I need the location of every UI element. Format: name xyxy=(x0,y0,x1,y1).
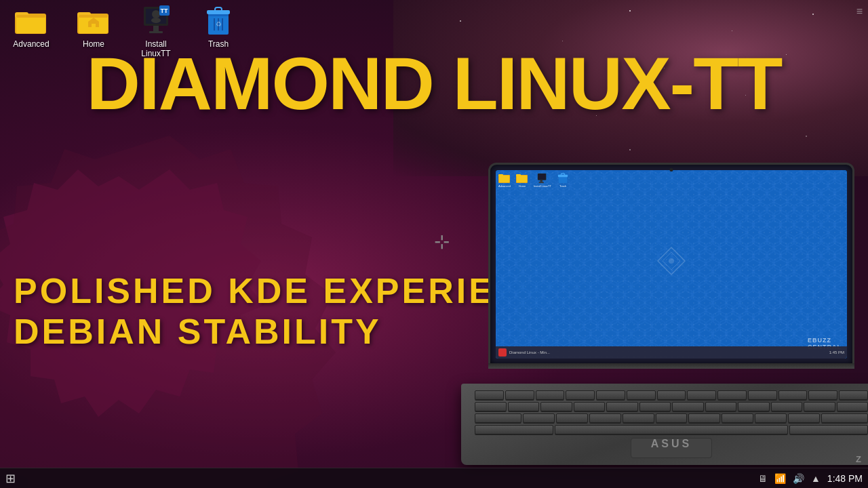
mini-icon-3: Install LinuxTT xyxy=(534,173,551,188)
key xyxy=(475,390,504,400)
mini-icon-4: Trash xyxy=(557,173,569,188)
key xyxy=(789,425,868,434)
laptop-keyboard-body: ASUS xyxy=(461,384,868,465)
main-title: DIAMOND LINUX-TT xyxy=(0,46,868,121)
key xyxy=(523,413,555,423)
svg-rect-36 xyxy=(538,174,546,180)
taskbar-network-icon: 📶 xyxy=(774,473,786,484)
taskbar-volume-icon: 🔊 xyxy=(793,473,804,484)
key xyxy=(672,402,704,411)
mini-desktop-icons: Advanced Home xyxy=(498,173,569,188)
key xyxy=(505,390,534,400)
advanced-icon-img xyxy=(15,5,47,38)
laptop-display: Advanced Home xyxy=(461,163,868,474)
key xyxy=(705,402,737,411)
laptop-taskbar: Diamond Linux - Min... 1:45 PM xyxy=(496,346,847,359)
taskbar-left: ⊞ xyxy=(5,471,16,486)
taskbar-right: 🖥 📶 🔊 ▲ 1:48 PM xyxy=(758,473,863,484)
mini-icon-2: Home xyxy=(516,173,528,188)
svg-rect-34 xyxy=(517,176,527,182)
key xyxy=(748,390,777,400)
key xyxy=(778,390,808,400)
key xyxy=(475,425,553,434)
svg-rect-37 xyxy=(540,180,542,182)
svg-point-11 xyxy=(152,10,160,18)
key xyxy=(839,390,868,400)
laptop-screen: Advanced Home xyxy=(496,170,847,359)
key xyxy=(687,390,716,400)
watermark-z: Z xyxy=(856,454,863,464)
svg-point-12 xyxy=(151,18,161,23)
svg-rect-31 xyxy=(499,176,509,182)
taskbar-tray-arrow[interactable]: ▲ xyxy=(811,473,821,484)
key xyxy=(589,413,621,423)
scrollbar-hint[interactable]: ≡ xyxy=(856,5,863,18)
home-icon-img xyxy=(77,5,110,38)
key xyxy=(475,413,521,423)
svg-rect-13 xyxy=(153,26,159,31)
key xyxy=(738,402,770,411)
key xyxy=(540,402,572,411)
laptop-screen-bezel: Advanced Home xyxy=(488,163,854,366)
svg-rect-6 xyxy=(79,15,108,33)
menu-icon[interactable]: ≡ xyxy=(856,5,863,17)
key xyxy=(475,402,507,411)
svg-point-44 xyxy=(669,258,674,264)
laptop-taskbar-time: 1:45 PM xyxy=(829,350,844,354)
trash-icon-img: ♻ xyxy=(202,5,235,38)
key xyxy=(717,390,747,400)
spacebar-key xyxy=(555,425,788,434)
taskbar-display-icon: 🖥 xyxy=(758,473,768,484)
svg-rect-23 xyxy=(215,7,222,12)
svg-text:♻: ♻ xyxy=(216,20,222,28)
key xyxy=(722,413,753,423)
key xyxy=(606,402,638,411)
taskbar-time: 1:48 PM xyxy=(827,473,863,484)
asus-logo: ASUS xyxy=(651,438,692,450)
key xyxy=(771,402,803,411)
key xyxy=(755,413,787,423)
taskbar-apps-button[interactable]: ⊞ xyxy=(5,471,16,486)
laptop-hinge xyxy=(488,363,854,369)
svg-rect-38 xyxy=(539,182,544,183)
key xyxy=(536,390,565,400)
key xyxy=(508,402,540,411)
svg-text:TT: TT xyxy=(161,7,168,14)
svg-rect-14 xyxy=(149,31,163,33)
taskbar: ⊞ 🖥 📶 🔊 ▲ 1:48 PM xyxy=(0,468,868,488)
key xyxy=(821,413,868,423)
laptop-taskbar-icon xyxy=(498,348,507,357)
mini-icon-1: Advanced xyxy=(498,173,511,188)
keyboard-grid xyxy=(475,390,868,434)
svg-rect-2 xyxy=(16,15,45,33)
install-icon-img: TT xyxy=(140,5,172,38)
svg-rect-7 xyxy=(79,15,108,18)
key xyxy=(656,413,688,423)
key xyxy=(788,413,820,423)
key xyxy=(808,390,837,400)
key xyxy=(639,402,671,411)
svg-rect-3 xyxy=(16,15,45,18)
laptop-kde-icon xyxy=(654,244,688,278)
key xyxy=(837,402,869,411)
key xyxy=(688,413,720,423)
move-cursor-icon: ⊹ xyxy=(434,230,450,253)
key xyxy=(657,390,686,400)
laptop-taskbar-text: Diamond Linux - Min... xyxy=(509,350,827,354)
key xyxy=(623,413,654,423)
key xyxy=(596,390,625,400)
key xyxy=(574,402,606,411)
key xyxy=(556,413,588,423)
key xyxy=(804,402,835,411)
key xyxy=(627,390,656,400)
key xyxy=(566,390,595,400)
